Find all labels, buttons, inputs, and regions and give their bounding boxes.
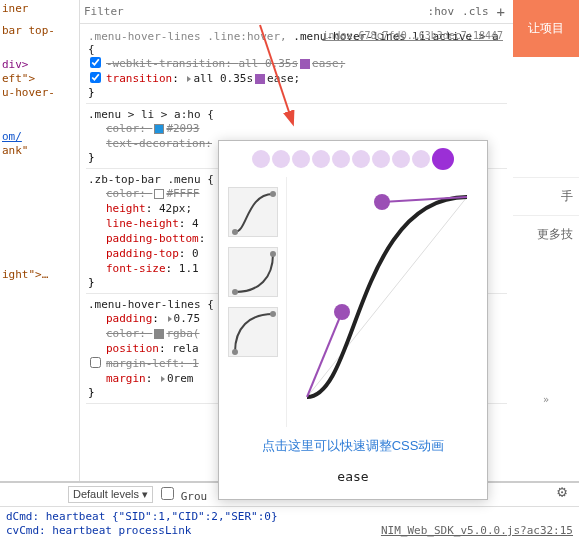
css-selector[interactable]: .menu > li > a:ho { bbox=[88, 108, 505, 121]
preset-ease-out[interactable] bbox=[228, 307, 278, 357]
color-swatch[interactable] bbox=[154, 189, 164, 199]
svg-point-3 bbox=[232, 289, 238, 295]
promo-card[interactable]: 让项目 bbox=[513, 0, 579, 57]
color-swatch[interactable] bbox=[154, 329, 164, 339]
filter-row: :hov .cls + bbox=[80, 0, 513, 24]
right-sidebar: 让项目 手 更多技 » bbox=[513, 0, 579, 551]
property-toggle[interactable] bbox=[90, 357, 101, 368]
elements-tree[interactable]: iner bar top- div> eft"> u-hover- om/ an… bbox=[0, 0, 80, 551]
preset-ease-in[interactable] bbox=[228, 247, 278, 297]
dom-line[interactable]: eft"> bbox=[2, 72, 77, 86]
svg-line-8 bbox=[307, 312, 342, 397]
preset-dot[interactable] bbox=[432, 148, 454, 170]
filter-input[interactable] bbox=[84, 5, 424, 18]
preset-dot[interactable] bbox=[352, 150, 370, 168]
settings-icon[interactable]: ⚙ bbox=[557, 482, 567, 501]
console-output[interactable]: dCmd: heartbeat {"SID":1,"CID":2,"SER":0… bbox=[0, 507, 579, 541]
css-property[interactable]: -webkit-transition: all 0.35sease; bbox=[88, 56, 505, 71]
preset-ease[interactable] bbox=[228, 187, 278, 237]
preset-dot[interactable] bbox=[332, 150, 350, 168]
cubic-bezier-editor[interactable]: 点击这里可以快速调整CSS动画 ease bbox=[218, 140, 488, 500]
right-item[interactable]: 手 bbox=[513, 177, 579, 215]
hov-toggle[interactable]: :hov bbox=[424, 5, 459, 18]
expand-icon[interactable] bbox=[187, 76, 191, 82]
property-toggle[interactable] bbox=[90, 57, 101, 68]
preset-dot[interactable] bbox=[312, 150, 330, 168]
preset-dot[interactable] bbox=[292, 150, 310, 168]
svg-point-1 bbox=[232, 229, 238, 235]
bezier-swatch[interactable] bbox=[300, 59, 310, 69]
svg-point-5 bbox=[232, 349, 238, 355]
bezier-handle-2[interactable] bbox=[374, 194, 390, 210]
css-property[interactable]: transition: all 0.35sease; bbox=[88, 71, 505, 86]
dom-line[interactable]: om/ bbox=[2, 130, 77, 144]
preset-dot[interactable] bbox=[372, 150, 390, 168]
easing-label: ease bbox=[219, 465, 487, 488]
preset-dot[interactable] bbox=[272, 150, 290, 168]
popup-message: 点击这里可以快速调整CSS动画 bbox=[219, 427, 487, 465]
svg-point-6 bbox=[270, 311, 276, 317]
cls-toggle[interactable]: .cls bbox=[458, 5, 493, 18]
dom-line[interactable]: iner bbox=[2, 2, 77, 16]
bezier-swatch[interactable] bbox=[255, 74, 265, 84]
group-checkbox[interactable] bbox=[161, 487, 174, 500]
dom-line[interactable]: ank" bbox=[2, 144, 77, 158]
dom-line[interactable]: u-hover- bbox=[2, 86, 77, 100]
css-property[interactable]: color: #2093 bbox=[88, 121, 505, 136]
expand-icon[interactable] bbox=[168, 316, 172, 322]
preset-dots bbox=[219, 141, 487, 177]
preset-dot[interactable] bbox=[252, 150, 270, 168]
preset-list bbox=[219, 177, 287, 427]
source-link[interactable]: index.678c7fd0.…63b3dec7:18447 bbox=[322, 30, 503, 41]
bezier-handle-1[interactable] bbox=[334, 304, 350, 320]
add-rule-button[interactable]: + bbox=[493, 4, 509, 20]
source-link[interactable]: NIM_Web_SDK_v5.0.0.js?ac32:15 bbox=[381, 524, 573, 538]
color-swatch[interactable] bbox=[154, 124, 164, 134]
property-toggle[interactable] bbox=[90, 72, 101, 83]
curve-canvas[interactable] bbox=[287, 177, 487, 427]
log-levels-dropdown[interactable]: Default levels ▾ bbox=[68, 486, 153, 503]
collapse-icon[interactable]: » bbox=[513, 394, 579, 405]
expand-icon[interactable] bbox=[161, 376, 165, 382]
svg-point-4 bbox=[270, 251, 276, 257]
preset-dot[interactable] bbox=[412, 150, 430, 168]
preset-dot[interactable] bbox=[392, 150, 410, 168]
svg-line-7 bbox=[307, 197, 467, 397]
svg-point-2 bbox=[270, 191, 276, 197]
dom-line[interactable]: bar top- bbox=[2, 24, 77, 38]
right-item[interactable]: 更多技 bbox=[513, 215, 579, 253]
dom-line[interactable]: div> bbox=[2, 58, 77, 72]
dom-line[interactable]: ight">… bbox=[2, 268, 77, 282]
